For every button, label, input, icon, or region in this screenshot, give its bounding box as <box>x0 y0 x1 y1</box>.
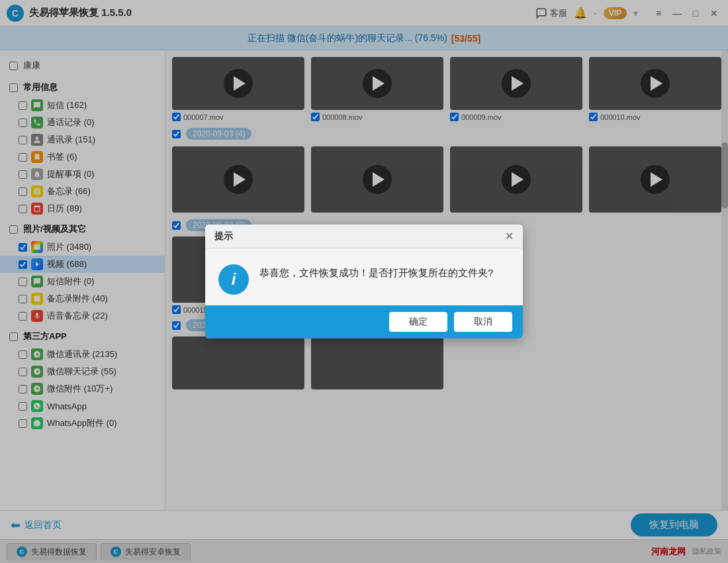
dialog-overlay: 提示 ✕ i 恭喜您，文件恢复成功！是否打开恢复所在的文件夹? 确定 取消 <box>0 0 728 563</box>
dialog-cancel-btn[interactable]: 取消 <box>454 312 512 332</box>
dialog-info-icon: i <box>218 264 249 295</box>
dialog-message: 恭喜您，文件恢复成功！是否打开恢复所在的文件夹? <box>259 264 493 282</box>
dialog-confirm-btn[interactable]: 确定 <box>389 312 447 332</box>
dialog-body: i 恭喜您，文件恢复成功！是否打开恢复所在的文件夹? <box>205 248 523 305</box>
dialog: 提示 ✕ i 恭喜您，文件恢复成功！是否打开恢复所在的文件夹? 确定 取消 <box>205 225 523 338</box>
dialog-title: 提示 <box>214 230 233 242</box>
dialog-title-bar: 提示 ✕ <box>205 225 523 248</box>
dialog-footer: 确定 取消 <box>205 305 523 338</box>
dialog-close-btn[interactable]: ✕ <box>505 230 514 242</box>
